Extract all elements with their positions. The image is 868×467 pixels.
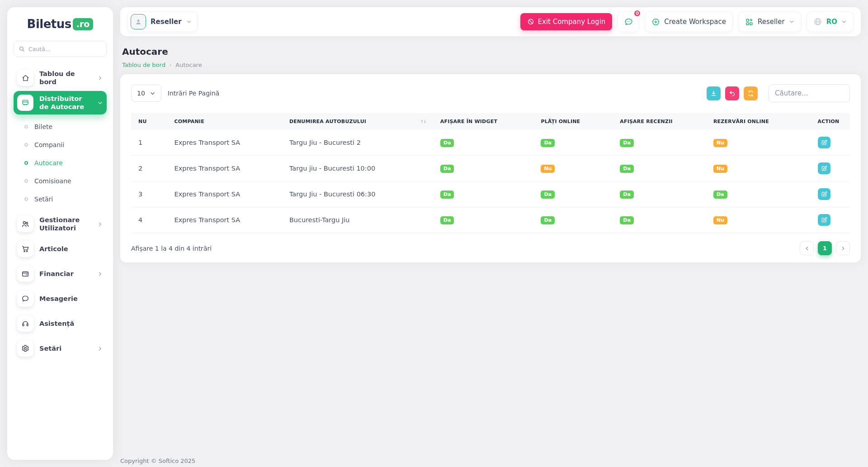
brand-logo[interactable]: Biletus .ro: [14, 17, 107, 31]
reseller-profile-chip[interactable]: Reseller: [127, 11, 198, 32]
bullet-icon: [24, 179, 28, 183]
status-badge: Da: [440, 191, 454, 199]
cell-rezervari-online: Da: [706, 181, 811, 207]
sidebar-item-companii[interactable]: Companii: [14, 136, 107, 154]
page-number-button[interactable]: 1: [818, 241, 832, 255]
sidebar-search[interactable]: [14, 41, 107, 57]
messages-button[interactable]: 0: [618, 11, 639, 32]
sidebar-item-bilete[interactable]: Bilete: [14, 118, 107, 136]
status-badge: Da: [620, 165, 634, 173]
undo-button[interactable]: [725, 86, 739, 100]
sidebar-item-gestionare-utilizatori[interactable]: Gestionare Utilizatori: [14, 212, 107, 236]
table-search-input[interactable]: [769, 84, 850, 102]
page-size-select[interactable]: 10: [131, 85, 161, 102]
ban-icon: [527, 18, 534, 25]
next-page-button[interactable]: [836, 241, 850, 255]
sidebar-item-financiar[interactable]: Financiar: [14, 262, 107, 286]
refresh-button[interactable]: [744, 86, 758, 100]
sidebar-item-setari-sub[interactable]: Setări: [14, 190, 107, 208]
chevron-down-icon: [186, 19, 192, 24]
edit-pencil-icon: [821, 139, 827, 146]
cell-number: 4: [131, 207, 167, 233]
sidebar-item-tablou-de-bord[interactable]: Tablou de bord: [14, 66, 107, 90]
sidebar-item-autocare[interactable]: Autocare: [14, 154, 107, 172]
globe-icon: [813, 17, 822, 26]
status-badge: Da: [620, 139, 634, 147]
cell-rezervari-online: Nu: [706, 130, 811, 156]
export-button[interactable]: [707, 86, 721, 100]
status-badge: Da: [440, 165, 454, 173]
breadcrumb: Tablou de bord › Autocare: [122, 62, 859, 68]
edit-button[interactable]: [818, 214, 830, 226]
column-header-denumirea[interactable]: DENUMIREA AUTOBUZULUI↑↓: [282, 113, 433, 130]
sidebar-item-comisioane[interactable]: Comisioane: [14, 172, 107, 190]
column-header-action: ACTION: [811, 113, 850, 130]
sidebar-item-distribuitor-de-autocare[interactable]: Distribuitor de Autocare: [14, 91, 107, 114]
bus-icon: [17, 95, 33, 111]
cell-afisare-recenzii: Da: [613, 156, 706, 181]
cell-afisare-widget: Da: [433, 130, 534, 156]
table-header-row: NU COMPANIE DENUMIREA AUTOBUZULUI↑↓ AFIȘ…: [131, 113, 850, 130]
previous-page-button[interactable]: [800, 241, 814, 255]
chevron-right-icon: [97, 346, 103, 352]
cell-rezervari-online: Nu: [706, 156, 811, 181]
status-badge: Nu: [713, 139, 727, 147]
cell-afisare-widget: Da: [433, 156, 534, 181]
home-icon: [17, 70, 33, 86]
sidebar-nav: Tablou de bord Distribuitor de Autocare …: [14, 66, 107, 360]
column-header-companie: COMPANIE: [167, 113, 282, 130]
wallet-icon: [17, 266, 33, 282]
cell-plati-online: Da: [533, 181, 613, 207]
chevron-right-icon: [97, 75, 103, 81]
create-workspace-button[interactable]: Create Workspace: [645, 11, 733, 32]
sidebar-search-input[interactable]: [28, 46, 102, 52]
exit-company-login-button[interactable]: Exit Company Login: [520, 13, 613, 30]
breadcrumb-dashboard-link[interactable]: Tablou de bord: [122, 62, 165, 68]
column-header-afisare-widget: AFIȘARE ÎN WIDGET: [433, 113, 534, 130]
copyright: Copyright © Softico 2025: [120, 457, 195, 464]
table-row: 4Expres Transport SABucuresti-Targu JiuD…: [131, 207, 850, 233]
topbar-actions: Exit Company Login 0 Create Workspace Re…: [520, 11, 854, 32]
status-badge: Da: [713, 191, 727, 199]
table-row: 2Expres Transport SATargu jiu - Bucurest…: [131, 156, 850, 181]
status-badge: Nu: [713, 165, 727, 173]
column-header-plati-online: PLĂȚI ONLINE: [533, 113, 613, 130]
cell-action: [811, 156, 850, 181]
search-icon: [19, 46, 25, 52]
status-badge: Nu: [713, 216, 727, 224]
edit-button[interactable]: [818, 137, 830, 148]
table-body: 1Expres Transport SATargu Jiu - Bucurest…: [131, 130, 850, 233]
table-row: 1Expres Transport SATargu Jiu - Bucurest…: [131, 130, 850, 156]
sidebar-item-mesagerie[interactable]: Mesagerie: [14, 287, 107, 310]
sort-icon[interactable]: ↑↓: [420, 119, 426, 124]
cell-afisare-widget: Da: [433, 181, 534, 207]
cell-plati-online: Da: [533, 130, 613, 156]
edit-pencil-icon: [821, 191, 827, 197]
column-header-nu: NU: [131, 113, 167, 130]
sidebar-item-setari[interactable]: Setări: [14, 337, 107, 360]
bullet-icon: [24, 143, 28, 147]
column-header-afisare-recenzii: AFIȘARE RECENZII: [613, 113, 706, 130]
edit-button[interactable]: [818, 162, 830, 174]
undo-arrow-icon: [729, 90, 736, 97]
workspace-grid-icon: [745, 18, 754, 26]
headset-icon: [17, 315, 33, 332]
sidebar-item-articole[interactable]: Articole: [14, 237, 107, 261]
edit-button[interactable]: [818, 188, 830, 200]
language-dropdown[interactable]: RO: [807, 11, 854, 32]
topbar: Reseller Exit Company Login 0: [120, 7, 861, 36]
chevron-right-icon: [97, 271, 103, 277]
users-icon: [17, 216, 33, 232]
bullet-icon: [24, 161, 28, 165]
cell-company: Expres Transport SA: [167, 156, 282, 181]
edit-pencil-icon: [821, 217, 827, 223]
workspace-reseller-dropdown[interactable]: Reseller: [738, 11, 801, 32]
chat-icon: [17, 291, 33, 307]
table-controls: 10 Intrări Pe Pagină: [131, 84, 850, 102]
edit-pencil-icon: [821, 165, 827, 172]
status-badge: Nu: [541, 165, 555, 173]
cell-afisare-recenzii: Da: [613, 181, 706, 207]
page-title: Autocare: [122, 46, 859, 57]
sidebar-item-asistenta[interactable]: Asistență: [14, 312, 107, 335]
chevron-right-icon: [97, 221, 103, 227]
